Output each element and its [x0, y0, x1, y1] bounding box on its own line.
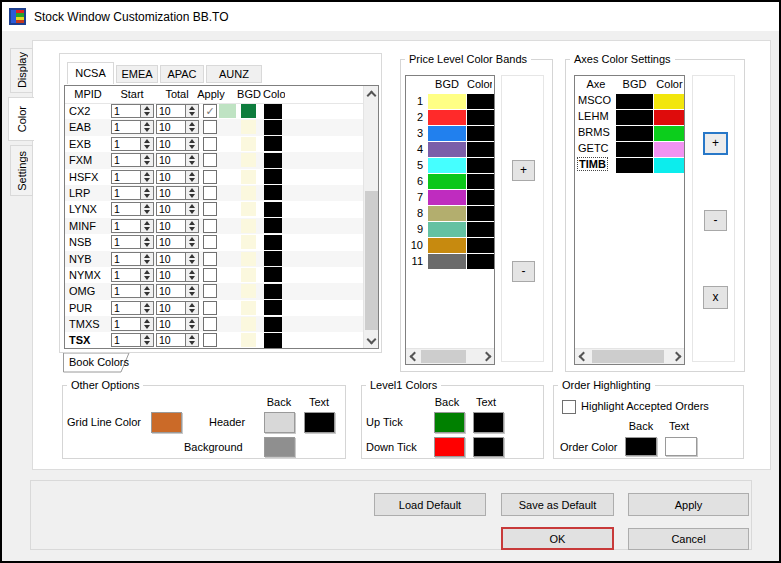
total-input[interactable]: 10 [156, 170, 186, 184]
axe-label[interactable]: MSCO [577, 94, 612, 106]
bgd-swatch[interactable] [241, 252, 256, 266]
total-spinner[interactable] [185, 202, 199, 216]
start-input[interactable]: 1 [111, 219, 141, 233]
axes-delete-button[interactable]: x [703, 286, 728, 309]
start-input[interactable]: 1 [111, 104, 141, 118]
band-bgd-swatch[interactable] [428, 94, 466, 109]
color-swatch[interactable] [264, 300, 282, 315]
scroll-thumb[interactable] [365, 191, 378, 330]
apply-button[interactable]: Apply [628, 493, 749, 516]
total-spinner[interactable] [185, 333, 199, 347]
band-bgd-swatch[interactable] [428, 174, 466, 189]
bgd-swatch[interactable] [241, 137, 256, 151]
axe-bgd-swatch[interactable] [616, 110, 653, 125]
band-color-swatch[interactable] [467, 190, 494, 205]
band-bgd-swatch[interactable] [428, 142, 466, 157]
band-color-swatch[interactable] [467, 158, 494, 173]
scroll-thumb[interactable] [592, 350, 664, 363]
start-spinner[interactable] [140, 137, 154, 151]
bgd-swatch[interactable] [241, 170, 256, 184]
band-color-swatch[interactable] [467, 110, 494, 125]
color-swatch[interactable] [264, 251, 282, 266]
total-spinner[interactable] [185, 219, 199, 233]
axe-label[interactable]: BRMS [577, 126, 611, 138]
scroll-right-arrow-icon[interactable] [671, 349, 684, 364]
axes-add-button[interactable]: + [703, 132, 728, 155]
axe-label[interactable]: GETC [577, 142, 610, 154]
total-input[interactable]: 10 [156, 137, 186, 151]
total-spinner[interactable] [185, 104, 199, 118]
down-tick-back-swatch[interactable] [434, 437, 465, 457]
axe-label[interactable]: TIMB [577, 157, 608, 171]
total-input[interactable]: 10 [156, 235, 186, 249]
axe-label[interactable]: LEHM [577, 110, 610, 122]
start-input[interactable]: 1 [111, 235, 141, 249]
total-spinner[interactable] [185, 268, 199, 282]
total-spinner[interactable] [185, 153, 199, 167]
bands-horizontal-scrollbar[interactable] [406, 348, 494, 364]
bgd-swatch[interactable] [241, 202, 256, 216]
bgd-swatch[interactable] [241, 104, 256, 118]
start-spinner[interactable] [140, 301, 154, 315]
cancel-button[interactable]: Cancel [628, 528, 749, 550]
total-input[interactable]: 10 [156, 186, 186, 200]
scroll-up-arrow-icon[interactable] [364, 86, 379, 101]
tab-aunz[interactable]: AUNZ [206, 65, 262, 83]
apply-checkbox[interactable] [203, 301, 217, 315]
total-spinner[interactable] [185, 301, 199, 315]
axe-bgd-swatch[interactable] [616, 94, 653, 109]
tab-ncsa[interactable]: NCSA [67, 62, 114, 84]
color-swatch[interactable] [264, 136, 282, 151]
band-bgd-swatch[interactable] [428, 110, 466, 125]
start-spinner[interactable] [140, 235, 154, 249]
axe-color-swatch[interactable] [654, 110, 685, 125]
start-spinner[interactable] [140, 153, 154, 167]
up-tick-back-swatch[interactable] [434, 412, 465, 433]
total-input[interactable]: 10 [156, 252, 186, 266]
band-color-swatch[interactable] [467, 238, 494, 253]
start-input[interactable]: 1 [111, 301, 141, 315]
bands-remove-button[interactable]: - [512, 261, 535, 282]
start-spinner[interactable] [140, 202, 154, 216]
total-input[interactable]: 10 [156, 301, 186, 315]
bgd-swatch[interactable] [241, 268, 256, 282]
bgd-swatch[interactable] [241, 301, 256, 315]
band-color-swatch[interactable] [467, 222, 494, 237]
tab-display[interactable]: Display [10, 48, 33, 93]
band-color-swatch[interactable] [467, 142, 494, 157]
total-spinner[interactable] [185, 317, 199, 331]
start-input[interactable]: 1 [111, 268, 141, 282]
axes-remove-button[interactable]: - [704, 210, 727, 231]
start-spinner[interactable] [140, 317, 154, 331]
start-spinner[interactable] [140, 120, 154, 134]
start-input[interactable]: 1 [111, 252, 141, 266]
apply-checkbox[interactable] [203, 268, 217, 282]
total-spinner[interactable] [185, 252, 199, 266]
tab-apac[interactable]: APAC [160, 65, 204, 83]
axe-bgd-swatch[interactable] [616, 158, 653, 173]
color-swatch[interactable] [264, 218, 282, 233]
down-tick-text-swatch[interactable] [473, 437, 504, 457]
apply-checkbox[interactable] [203, 170, 217, 184]
axe-bgd-swatch[interactable] [616, 142, 653, 157]
start-input[interactable]: 1 [111, 120, 141, 134]
apply-checkbox[interactable] [203, 252, 217, 266]
axe-color-swatch[interactable] [654, 158, 685, 173]
color-swatch[interactable] [264, 185, 282, 200]
color-swatch[interactable] [264, 333, 282, 348]
up-tick-text-swatch[interactable] [473, 412, 504, 433]
header-text-swatch[interactable] [304, 412, 335, 433]
band-color-swatch[interactable] [467, 174, 494, 189]
start-spinner[interactable] [140, 333, 154, 347]
bands-add-button[interactable]: + [512, 160, 535, 181]
total-spinner[interactable] [185, 235, 199, 249]
bgd-swatch[interactable] [241, 333, 256, 347]
axe-color-swatch[interactable] [654, 126, 685, 141]
tab-emea[interactable]: EMEA [116, 65, 158, 83]
apply-checkbox[interactable] [203, 317, 217, 331]
start-spinner[interactable] [140, 284, 154, 298]
apply-checkbox[interactable] [203, 284, 217, 298]
scroll-thumb[interactable] [421, 350, 466, 363]
tab-settings[interactable]: Settings [10, 145, 33, 196]
total-input[interactable]: 10 [156, 333, 186, 347]
